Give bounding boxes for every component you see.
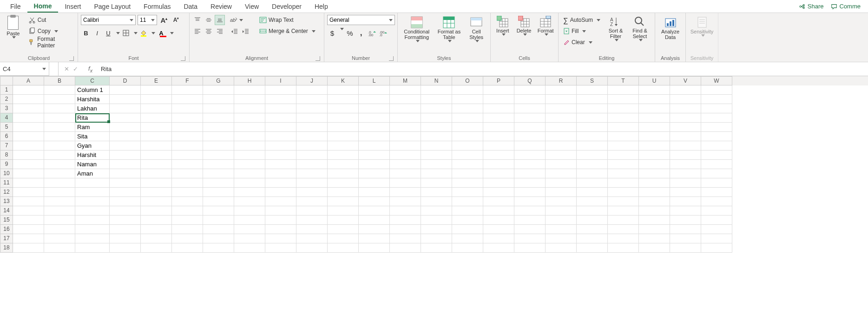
align-right-button[interactable]	[215, 26, 225, 36]
cell-F15[interactable]	[172, 216, 203, 225]
cell-W18[interactable]	[701, 243, 732, 253]
cell-J4[interactable]	[296, 113, 328, 123]
column-header-H[interactable]: H	[234, 76, 265, 85]
cell-P15[interactable]	[483, 216, 514, 225]
cell-H13[interactable]	[234, 197, 265, 206]
cell-O1[interactable]	[452, 85, 483, 95]
cell-R5[interactable]	[546, 123, 577, 132]
tab-help[interactable]: Help	[308, 1, 335, 12]
column-header-J[interactable]: J	[296, 76, 328, 85]
column-header-R[interactable]: R	[546, 76, 577, 85]
cell-O13[interactable]	[452, 197, 483, 206]
column-header-G[interactable]: G	[203, 76, 234, 85]
cell-J3[interactable]	[296, 104, 328, 113]
cell-I16[interactable]	[265, 225, 296, 234]
cell-N1[interactable]	[421, 85, 452, 95]
cell-K1[interactable]	[328, 85, 359, 95]
cell-T16[interactable]	[608, 225, 639, 234]
cell-D8[interactable]	[110, 150, 141, 160]
cell-E15[interactable]	[141, 216, 172, 225]
cell-R8[interactable]	[546, 150, 577, 160]
cell-F5[interactable]	[172, 123, 203, 132]
cell-T5[interactable]	[608, 123, 639, 132]
column-header-L[interactable]: L	[359, 76, 390, 85]
cell-G4[interactable]	[203, 113, 234, 123]
cell-V1[interactable]	[670, 85, 701, 95]
cell-G11[interactable]	[203, 178, 234, 188]
cell-J1[interactable]	[296, 85, 328, 95]
cell-Q5[interactable]	[514, 123, 546, 132]
cell-Q1[interactable]	[514, 85, 546, 95]
cell-T15[interactable]	[608, 216, 639, 225]
cell-D16[interactable]	[110, 225, 141, 234]
cell-C6[interactable]: Sita	[75, 132, 110, 141]
cell-R3[interactable]	[546, 104, 577, 113]
cell-C10[interactable]: Aman	[75, 169, 110, 178]
cell-L18[interactable]	[359, 243, 390, 253]
cell-I5[interactable]	[265, 123, 296, 132]
name-box[interactable]: C4	[0, 62, 49, 76]
cell-Q16[interactable]	[514, 225, 546, 234]
cell-C18[interactable]	[75, 243, 110, 253]
cell-C12[interactable]	[75, 188, 110, 197]
cell-J6[interactable]	[296, 132, 328, 141]
align-center-button[interactable]	[204, 26, 214, 36]
cell-V11[interactable]	[670, 178, 701, 188]
cell-W3[interactable]	[701, 104, 732, 113]
cell-J10[interactable]	[296, 169, 328, 178]
cell-H16[interactable]	[234, 225, 265, 234]
cell-B10[interactable]	[44, 169, 75, 178]
cell-B3[interactable]	[44, 104, 75, 113]
cell-Q10[interactable]	[514, 169, 546, 178]
cell-N17[interactable]	[421, 234, 452, 243]
cell-J9[interactable]	[296, 160, 328, 169]
cell-W6[interactable]	[701, 132, 732, 141]
cell-A11[interactable]	[13, 178, 44, 188]
cell-P3[interactable]	[483, 104, 514, 113]
cell-H5[interactable]	[234, 123, 265, 132]
cell-G2[interactable]	[203, 95, 234, 104]
cell-O5[interactable]	[452, 123, 483, 132]
cell-O18[interactable]	[452, 243, 483, 253]
cell-L2[interactable]	[359, 95, 390, 104]
tab-data[interactable]: Data	[177, 1, 204, 12]
cell-J8[interactable]	[296, 150, 328, 160]
cell-G5[interactable]	[203, 123, 234, 132]
underline-menu[interactable]	[116, 32, 120, 34]
cell-S11[interactable]	[577, 178, 608, 188]
cell-P17[interactable]	[483, 234, 514, 243]
cell-O2[interactable]	[452, 95, 483, 104]
cell-M1[interactable]	[390, 85, 421, 95]
cell-H8[interactable]	[234, 150, 265, 160]
cell-R9[interactable]	[546, 160, 577, 169]
cell-M3[interactable]	[390, 104, 421, 113]
cell-D15[interactable]	[110, 216, 141, 225]
cell-W17[interactable]	[701, 234, 732, 243]
cell-K4[interactable]	[328, 113, 359, 123]
cell-L16[interactable]	[359, 225, 390, 234]
cell-H15[interactable]	[234, 216, 265, 225]
analyze-data-button[interactable]: Analyze Data	[658, 15, 683, 41]
cell-Q6[interactable]	[514, 132, 546, 141]
cell-A13[interactable]	[13, 197, 44, 206]
cell-I13[interactable]	[265, 197, 296, 206]
cell-K7[interactable]	[328, 141, 359, 150]
cell-W7[interactable]	[701, 141, 732, 150]
cell-C1[interactable]: Column 1	[75, 85, 110, 95]
cell-P13[interactable]	[483, 197, 514, 206]
cell-E13[interactable]	[141, 197, 172, 206]
cell-P8[interactable]	[483, 150, 514, 160]
cell-J12[interactable]	[296, 188, 328, 197]
cell-K11[interactable]	[328, 178, 359, 188]
cell-V5[interactable]	[670, 123, 701, 132]
cell-A8[interactable]	[13, 150, 44, 160]
cell-A18[interactable]	[13, 243, 44, 253]
cell-G17[interactable]	[203, 234, 234, 243]
cell-N18[interactable]	[421, 243, 452, 253]
column-header-F[interactable]: F	[172, 76, 203, 85]
row-header-14[interactable]: 14	[0, 206, 13, 216]
cell-R2[interactable]	[546, 95, 577, 104]
cell-H14[interactable]	[234, 206, 265, 216]
cell-E2[interactable]	[141, 95, 172, 104]
cell-B6[interactable]	[44, 132, 75, 141]
